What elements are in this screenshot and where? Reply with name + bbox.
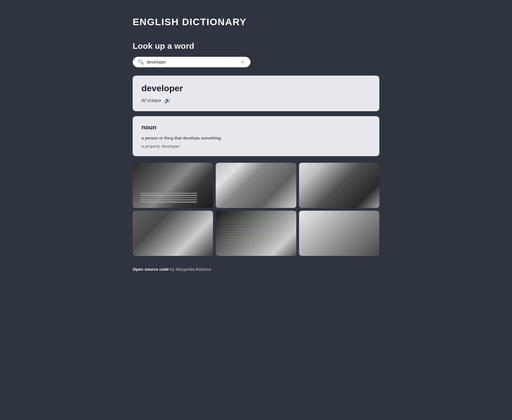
- definition-card: noun a person or thing that develops som…: [133, 116, 379, 156]
- search-icon: 🔍: [138, 59, 144, 65]
- search-input[interactable]: [147, 60, 240, 65]
- sound-icon[interactable]: 🔊: [164, 97, 171, 104]
- image-4: [133, 211, 213, 256]
- footer-by: by Margarida Barbosa: [169, 267, 211, 272]
- image-2: [216, 163, 296, 208]
- phonetic-text: dɪˈvɛləpə: [141, 98, 161, 103]
- clear-button[interactable]: ×: [240, 59, 245, 65]
- page-container: ENGLISH DICTIONARY Look up a word 🔍 × de…: [133, 16, 379, 398]
- image-1: [133, 163, 213, 208]
- app-title: ENGLISH DICTIONARY: [133, 16, 379, 27]
- image-3: [299, 163, 379, 208]
- search-bar: 🔍 ×: [133, 57, 251, 67]
- footer-bold: Open source code: [133, 267, 169, 272]
- image-6: [299, 211, 379, 256]
- example-text: a property developer: [141, 144, 371, 148]
- pronunciation-row: dɪˈvɛləpə 🔊: [141, 97, 371, 104]
- image-5: [216, 211, 296, 256]
- word-card: developer dɪˈvɛləpə 🔊: [133, 76, 379, 111]
- part-of-speech: noun: [141, 124, 371, 131]
- definition-text: a person or thing that develops somethin…: [141, 135, 371, 141]
- images-grid: [133, 163, 379, 256]
- section-heading: Look up a word: [133, 41, 379, 51]
- word-title: developer: [141, 83, 371, 93]
- footer: Open source code by Margarida Barbosa: [133, 267, 379, 272]
